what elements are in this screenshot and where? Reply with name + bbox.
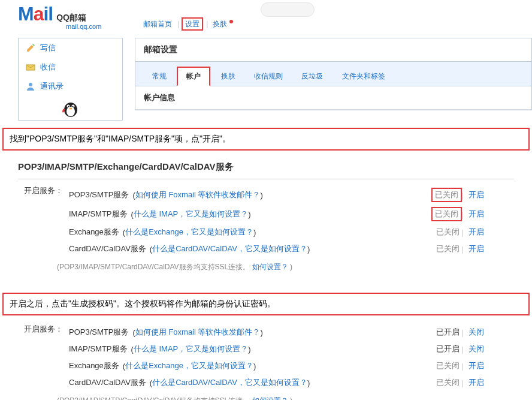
service-status: 已关闭 [434,360,462,372]
services-label: 开启服务： [18,185,69,257]
service-status: 已开启 [434,343,462,355]
account-info-heading: 帐户信息 [135,86,531,110]
service-toggle-link[interactable]: 关闭 [468,327,484,338]
notification-dot-icon [229,20,233,23]
sidebar-compose[interactable]: 写信 [19,38,122,58]
tab-folders[interactable]: 文件夹和标签 [334,68,394,85]
inbox-icon [26,62,35,72]
sidebar-contacts[interactable]: 通讯录 [19,77,122,96]
brand-cn: QQ邮箱 [56,13,86,23]
service-help-link[interactable]: 如何使用 Foxmail 等软件收发邮件？ [135,190,261,200]
compose-icon [26,43,35,53]
service-status: 已开启 [434,326,462,338]
svg-point-8 [69,108,72,110]
top-nav: 邮箱首页 | 设置 | 换肤 [141,19,233,29]
tab-account[interactable]: 帐户 [177,67,210,86]
logo[interactable]: Mail QQ邮箱 [18,3,86,25]
sidebar-item-label: 写信 [40,43,56,53]
service-name: Exchange服务 [69,360,119,371]
sidebar-inbox[interactable]: 收信 [19,58,122,77]
service-name: CardDAV/CalDAV服务 [69,377,146,388]
service-status: 已关闭 [431,207,462,221]
logo-text: Mail [18,3,53,25]
service-name: CardDAV/CalDAV服务 [69,243,146,254]
service-toggle-link[interactable]: 开启 [468,360,484,371]
page-title: 邮箱设置 [135,38,531,62]
svg-point-7 [72,106,73,107]
service-toggle-link[interactable]: 开启 [468,190,484,200]
service-help-link[interactable]: 如何使用 Foxmail 等软件收发邮件？ [135,327,261,338]
services-note-suffix: ) [290,396,292,400]
service-name: IMAP/SMTP服务 [69,209,128,219]
instruction-step1: 找到"POP3/SMTP服务"和"IMAP/SMTP服务"项，点"开启"。 [2,128,530,151]
service-toggle-link[interactable]: 开启 [468,377,484,388]
tab-spam[interactable]: 反垃圾 [293,68,331,85]
svg-point-6 [68,106,69,107]
service-toggle-link[interactable]: 开启 [468,243,484,254]
service-help-link[interactable]: 什么是Exchange，它又是如何设置？ [125,227,253,237]
tab-skin[interactable]: 换肤 [213,68,244,85]
contacts-icon [26,82,35,91]
service-help-link[interactable]: 什么是CardDAV/CalDAV，它又是如何设置？ [152,243,307,254]
services-note-suffix: ) [290,263,292,271]
user-pill[interactable] [261,2,315,17]
service-status: 已关闭 [431,188,462,202]
nav-settings[interactable]: 设置 [182,17,203,31]
service-help-link[interactable]: 什么是 IMAP，它又是如何设置？ [134,344,248,354]
nav-home[interactable]: 邮箱首页 [141,19,174,29]
sidebar-item-label: 通讯录 [40,81,64,92]
services-heading: POP3/IMAP/SMTP/Exchange/CardDAV/CalDAV服务 [18,155,514,179]
service-status: 已关闭 [434,243,462,255]
service-name: IMAP/SMTP服务 [69,344,128,354]
service-status: 已关闭 [434,226,462,238]
instruction-step2: 开启之后，点击"生成授权码"。这个授权码将作为邮箱的身份认证密码。 [2,293,530,315]
tab-rules[interactable]: 收信规则 [246,68,291,85]
sidebar: 写信 收信 通讯录 [18,38,123,121]
tabs-bar: 常规 帐户 换肤 收信规则 反垃圾 文件夹和标签 [135,62,531,86]
ssl-help-link[interactable]: 如何设置？ [252,396,288,400]
service-toggle-link[interactable]: 开启 [468,209,484,219]
penguin-icon [61,98,81,118]
penguin-avatar [19,96,122,120]
tab-general[interactable]: 常规 [144,68,175,85]
domain-text: mail.qq.com [66,23,532,30]
services-label: 开启服务： [18,324,69,391]
service-help-link[interactable]: 什么是 IMAP，它又是如何设置？ [134,209,248,219]
service-name: POP3/SMTP服务 [69,190,129,200]
services-note-prefix: (POP3/IMAP/SMTP/CardDAV/CalDAV服务均支持SSL连接… [57,396,250,400]
sidebar-item-label: 收信 [40,62,56,73]
settings-panel: 邮箱设置 常规 帐户 换肤 收信规则 反垃圾 文件夹和标签 帐户信息 [135,38,532,110]
service-status: 已关闭 [434,377,462,389]
nav-skin[interactable]: 换肤 [210,19,229,29]
service-toggle-link[interactable]: 关闭 [468,344,484,354]
service-name: Exchange服务 [69,227,119,237]
service-name: POP3/SMTP服务 [69,327,129,338]
service-help-link[interactable]: 什么是Exchange，它又是如何设置？ [125,360,253,371]
svg-point-1 [29,83,32,86]
services-note-prefix: (POP3/IMAP/SMTP/CardDAV/CalDAV服务均支持SSL连接… [57,263,250,271]
service-help-link[interactable]: 什么是CardDAV/CalDAV，它又是如何设置？ [152,377,307,388]
service-toggle-link[interactable]: 开启 [468,227,484,237]
ssl-help-link[interactable]: 如何设置？ [252,263,288,271]
